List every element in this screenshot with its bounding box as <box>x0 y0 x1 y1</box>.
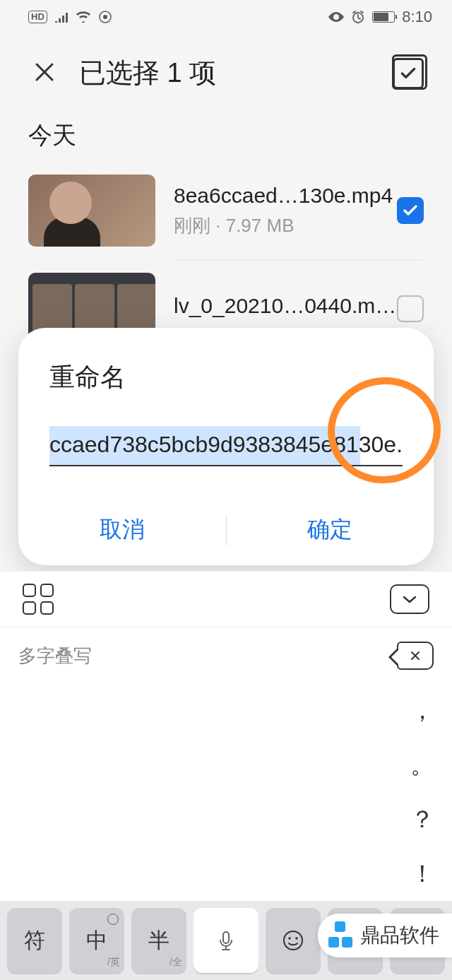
divider <box>174 259 424 260</box>
language-key[interactable]: 中 /英 <box>69 908 124 973</box>
select-all-button[interactable] <box>393 58 424 89</box>
handwriting-area[interactable]: ， 。 ？ ！ <box>0 684 452 901</box>
suggestion-bar: 多字叠写 <box>0 627 452 684</box>
rename-input[interactable] <box>49 426 403 466</box>
wifi-icon <box>76 11 91 23</box>
emoji-key[interactable] <box>266 908 321 973</box>
globe-icon <box>107 914 119 925</box>
svg-point-1 <box>103 15 107 19</box>
file-info: 8ea6ccaed…130e.mp4 刚刚 · 7.97 MB <box>155 184 397 238</box>
mic-icon <box>212 926 240 955</box>
svg-point-6 <box>295 937 298 940</box>
svg-point-4 <box>284 931 302 950</box>
status-right: 8:10 <box>328 8 432 26</box>
punct-key-period[interactable]: 。 <box>393 738 452 793</box>
hotspot-icon <box>98 10 112 24</box>
page-title: 已选择 1 项 <box>79 55 393 91</box>
backspace-key[interactable] <box>397 642 434 670</box>
keyboard-menu-icon[interactable] <box>23 584 54 615</box>
confirm-button[interactable]: 确定 <box>227 495 434 565</box>
punct-key-comma[interactable]: ， <box>393 684 452 738</box>
halfwidth-key[interactable]: 半 /全 <box>131 908 186 973</box>
watermark: 鼎品软件 <box>318 914 452 957</box>
status-bar: HD 8:10 <box>0 0 452 34</box>
keyboard-toolbar <box>0 571 452 627</box>
svg-point-5 <box>288 937 291 940</box>
svg-rect-3 <box>223 932 229 943</box>
file-row[interactable]: 8ea6ccaed…130e.mp4 刚刚 · 7.97 MB <box>0 169 452 252</box>
smile-icon <box>282 929 304 952</box>
file-name: 8ea6ccaed…130e.mp4 <box>174 184 397 208</box>
file-info: lv_0_20210…0440.mp4 <box>155 294 397 324</box>
file-meta: 刚刚 · 7.97 MB <box>174 213 397 238</box>
selection-header: 已选择 1 项 <box>0 34 452 112</box>
cancel-button[interactable]: 取消 <box>18 495 226 565</box>
hd-icon: HD <box>28 11 47 23</box>
close-button[interactable] <box>34 60 55 87</box>
status-left: HD <box>28 10 112 24</box>
alarm-icon <box>351 10 365 24</box>
file-name: lv_0_20210…0440.mp4 <box>174 294 397 318</box>
punct-key-question[interactable]: ？ <box>393 793 452 847</box>
signal-icon <box>54 11 69 23</box>
rename-dialog: 重命名 取消 确定 <box>18 328 434 565</box>
watermark-text: 鼎品软件 <box>360 922 439 949</box>
punct-key-exclaim[interactable]: ！ <box>393 846 452 901</box>
space-key[interactable] <box>194 908 258 973</box>
eye-icon <box>328 12 344 22</box>
battery-icon <box>372 11 395 23</box>
file-checkbox[interactable] <box>397 295 424 322</box>
symbol-key[interactable]: 符 <box>7 908 62 973</box>
video-thumbnail <box>28 175 155 247</box>
punctuation-column: ， 。 ？ ！ <box>393 684 452 901</box>
keyboard-collapse-button[interactable] <box>390 584 429 614</box>
watermark-logo-icon <box>326 921 355 950</box>
suggestion-hint: 多字叠写 <box>18 644 92 668</box>
section-today: 今天 <box>0 112 452 169</box>
file-checkbox[interactable] <box>397 197 424 224</box>
dialog-title: 重命名 <box>18 360 434 426</box>
clock-text: 8:10 <box>402 8 432 26</box>
